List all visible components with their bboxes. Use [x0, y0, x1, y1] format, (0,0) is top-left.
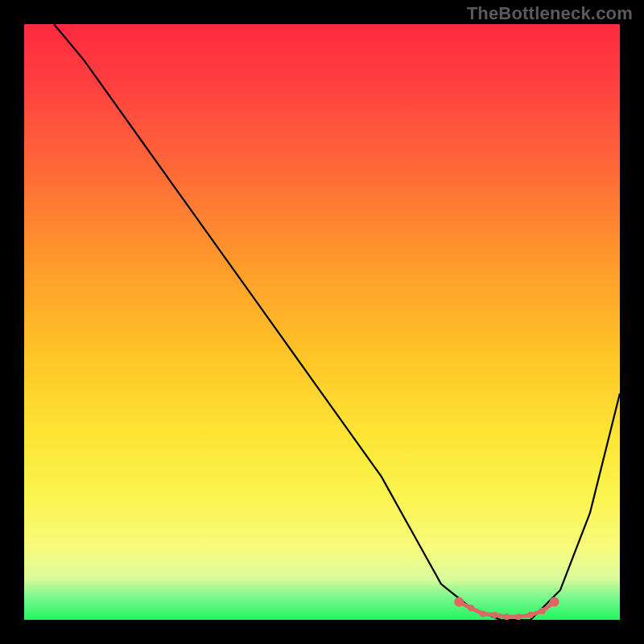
marker-dot: [503, 613, 510, 620]
bottleneck-curve-path: [54, 24, 620, 620]
marker-dot: [550, 597, 559, 607]
plot-area: [24, 24, 620, 620]
marker-dot: [454, 597, 464, 607]
marker-dot: [468, 605, 474, 611]
marker-dot: [539, 608, 546, 614]
chart-svg: [24, 24, 620, 620]
optimal-range-markers: [454, 597, 559, 620]
attribution-label: TheBottleneck.com: [467, 3, 633, 24]
marker-dot: [515, 613, 522, 620]
marker-dot: [527, 612, 534, 618]
marker-dot: [492, 612, 498, 618]
marker-dot: [480, 611, 486, 617]
chart-frame: TheBottleneck.com: [0, 0, 644, 644]
